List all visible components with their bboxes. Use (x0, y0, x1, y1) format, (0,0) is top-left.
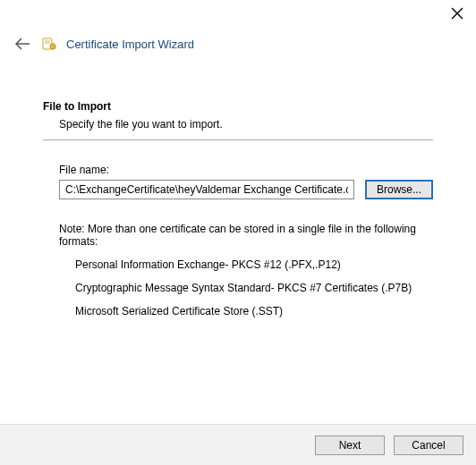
note-text: Note: More than one certificate can be s… (43, 223, 433, 248)
format-item: Cryptographic Message Syntax Standard- P… (75, 282, 433, 294)
format-item: Personal Information Exchange- PKCS #12 … (75, 258, 433, 271)
wizard-header: Certificate Import Wizard (0, 0, 476, 54)
wizard-title: Certificate Import Wizard (66, 38, 194, 51)
certificate-wizard-icon (41, 36, 57, 52)
back-arrow-icon (13, 37, 31, 51)
next-button[interactable]: Next (315, 435, 385, 455)
section-subtext: Specify the file you want to import. (43, 118, 433, 131)
close-icon (451, 7, 463, 20)
format-list: Personal Information Exchange- PKCS #12 … (43, 258, 433, 317)
format-item: Microsoft Serialized Certificate Store (… (75, 305, 433, 317)
back-button[interactable] (13, 34, 32, 54)
file-name-input[interactable] (59, 180, 354, 199)
close-button[interactable] (451, 7, 463, 20)
section-heading: File to Import (43, 100, 433, 113)
divider (43, 140, 433, 140)
svg-point-4 (50, 44, 55, 49)
browse-button[interactable]: Browse... (365, 180, 433, 199)
file-name-label: File name: (59, 164, 433, 176)
cancel-button[interactable]: Cancel (394, 435, 463, 455)
wizard-footer: Next Cancel (0, 424, 476, 465)
wizard-content: File to Import Specify the file you want… (0, 54, 476, 317)
